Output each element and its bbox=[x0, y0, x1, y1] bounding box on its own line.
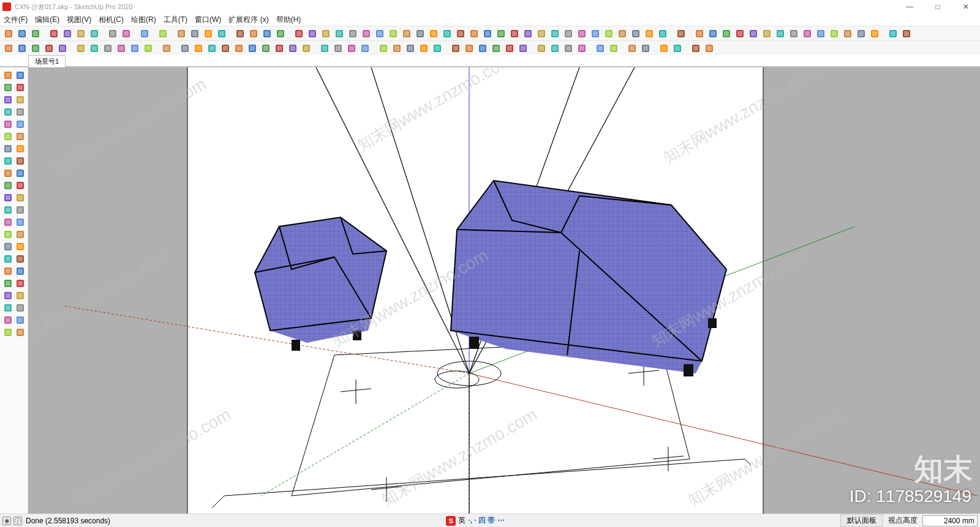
polygon-tool[interactable] bbox=[2, 131, 13, 142]
zoom-tool[interactable] bbox=[2, 241, 13, 252]
3dtext-button[interactable] bbox=[549, 28, 561, 40]
style-mono-button[interactable] bbox=[56, 42, 69, 54]
user-button[interactable] bbox=[900, 28, 913, 40]
plugin-1-button[interactable] bbox=[693, 28, 706, 40]
viewpoint-height-input[interactable] bbox=[922, 515, 978, 526]
view-left-button[interactable] bbox=[142, 42, 154, 54]
offset-tool[interactable] bbox=[2, 155, 13, 166]
sandbox-7-button[interactable] bbox=[260, 42, 272, 54]
view-top-button[interactable] bbox=[88, 42, 100, 54]
axes-tool-button[interactable] bbox=[658, 42, 670, 54]
menu-view[interactable]: 视图(V) bbox=[67, 15, 91, 25]
paint-tool[interactable] bbox=[2, 82, 13, 93]
solid-trim-button[interactable] bbox=[418, 42, 430, 54]
orbit-button[interactable] bbox=[576, 28, 588, 40]
shadow-button[interactable] bbox=[234, 28, 246, 40]
position-camera-button[interactable] bbox=[657, 28, 669, 40]
rotate-tool[interactable] bbox=[15, 168, 26, 179]
style-hidden-button[interactable] bbox=[16, 42, 28, 54]
extension-wh-button[interactable] bbox=[675, 28, 687, 40]
menu-file[interactable]: 文件(F) bbox=[4, 15, 28, 25]
rotate-button[interactable] bbox=[454, 28, 467, 40]
style-shaded-button[interactable] bbox=[29, 42, 42, 54]
plugin-y-tool[interactable] bbox=[15, 327, 26, 338]
curve-6-button[interactable] bbox=[517, 42, 529, 54]
ime-indicator[interactable]: S 英 ·, · 四 帯 ⋯ bbox=[446, 515, 504, 526]
protractor-tool[interactable] bbox=[2, 192, 13, 203]
curve-5-button[interactable] bbox=[503, 42, 516, 54]
file-open-button[interactable] bbox=[16, 28, 28, 40]
protractor-button[interactable] bbox=[495, 28, 507, 40]
tape-button[interactable] bbox=[481, 28, 494, 40]
section-button[interactable] bbox=[562, 28, 575, 40]
explode-button[interactable] bbox=[202, 28, 214, 40]
solid-subtract-button[interactable] bbox=[391, 42, 403, 54]
style-b-tool[interactable] bbox=[15, 315, 26, 326]
menu-window[interactable]: 窗口(W) bbox=[195, 15, 221, 25]
menu-tools[interactable]: 工具(T) bbox=[164, 15, 187, 25]
viewport-3d[interactable]: 知末网www.znzmo.com 知末网www.znzmo.com 知末网www… bbox=[28, 67, 980, 514]
pan-tool[interactable] bbox=[15, 229, 26, 240]
default-tray-button[interactable]: 默认面板 bbox=[840, 514, 883, 527]
freehand-button[interactable] bbox=[333, 28, 345, 40]
imagery-tool[interactable] bbox=[15, 278, 26, 289]
paste-button[interactable] bbox=[75, 28, 87, 40]
tape-tool[interactable] bbox=[15, 180, 26, 191]
menu-help[interactable]: 帮助(H) bbox=[276, 15, 301, 25]
plugin-9-button[interactable] bbox=[801, 28, 813, 40]
sandbox-8-button[interactable] bbox=[273, 42, 285, 54]
lookaround-tool[interactable] bbox=[2, 278, 13, 289]
mirror-button[interactable] bbox=[594, 42, 606, 54]
redo-button[interactable] bbox=[120, 28, 132, 40]
copy-button[interactable] bbox=[61, 28, 74, 40]
plugin-10-button[interactable] bbox=[815, 28, 827, 40]
model-info-button[interactable] bbox=[157, 28, 169, 40]
zoom-button[interactable] bbox=[603, 28, 615, 40]
fog-button[interactable] bbox=[247, 28, 260, 40]
plugin-8-button[interactable] bbox=[788, 28, 800, 40]
plugin-c-button[interactable] bbox=[562, 42, 575, 54]
menu-camera[interactable]: 相机(C) bbox=[99, 15, 124, 25]
menu-draw[interactable]: 绘图(R) bbox=[131, 15, 156, 25]
select-button[interactable] bbox=[293, 28, 305, 40]
line-button[interactable] bbox=[320, 28, 332, 40]
sandbox-9-button[interactable] bbox=[287, 42, 299, 54]
bezier-1-button[interactable] bbox=[318, 42, 331, 54]
zoom-window-tool[interactable] bbox=[15, 241, 26, 252]
curve-1-button[interactable] bbox=[450, 42, 462, 54]
geolocation-icons[interactable]: ◉ ⓘ bbox=[2, 517, 22, 525]
followme-button[interactable] bbox=[414, 28, 426, 40]
sandbox-6-button[interactable] bbox=[246, 42, 258, 54]
scale-button[interactable] bbox=[468, 28, 480, 40]
view-front-button[interactable] bbox=[102, 42, 114, 54]
plugin-11-button[interactable] bbox=[828, 28, 840, 40]
pie-tool[interactable] bbox=[15, 119, 26, 130]
edge-hard-button[interactable] bbox=[639, 42, 652, 54]
pan-button[interactable] bbox=[589, 28, 601, 40]
followme-tool[interactable] bbox=[15, 143, 26, 154]
window-maximize-button[interactable]: □ bbox=[924, 0, 952, 13]
scene-tab-1[interactable]: 场景号1 bbox=[28, 55, 66, 67]
sandbox-5-button[interactable] bbox=[233, 42, 245, 54]
print-button[interactable] bbox=[138, 28, 151, 40]
rectangle-button[interactable] bbox=[347, 28, 359, 40]
group-button[interactable] bbox=[189, 28, 201, 40]
curve-4-button[interactable] bbox=[490, 42, 502, 54]
cut-button[interactable] bbox=[48, 28, 60, 40]
polygon-button[interactable] bbox=[374, 28, 386, 40]
section-tool[interactable] bbox=[15, 217, 26, 228]
menu-extensions[interactable]: 扩展程序 (x) bbox=[228, 15, 268, 25]
rectangle-tool[interactable] bbox=[2, 107, 13, 118]
sandbox-a-tool[interactable] bbox=[2, 290, 13, 301]
sandbox-4-button[interactable] bbox=[219, 42, 232, 54]
solid-intersect-button[interactable] bbox=[404, 42, 417, 54]
erase-button[interactable] bbox=[306, 28, 318, 40]
sandbox-10-button[interactable] bbox=[300, 42, 312, 54]
edge-soft-button[interactable] bbox=[626, 42, 638, 54]
sandbox-1-button[interactable] bbox=[179, 42, 191, 54]
plugin-14-button[interactable] bbox=[869, 28, 881, 40]
bezier-3-button[interactable] bbox=[345, 42, 358, 54]
delete-button[interactable] bbox=[88, 28, 100, 40]
text-button[interactable] bbox=[535, 28, 548, 40]
outershell-tool[interactable] bbox=[15, 155, 26, 166]
